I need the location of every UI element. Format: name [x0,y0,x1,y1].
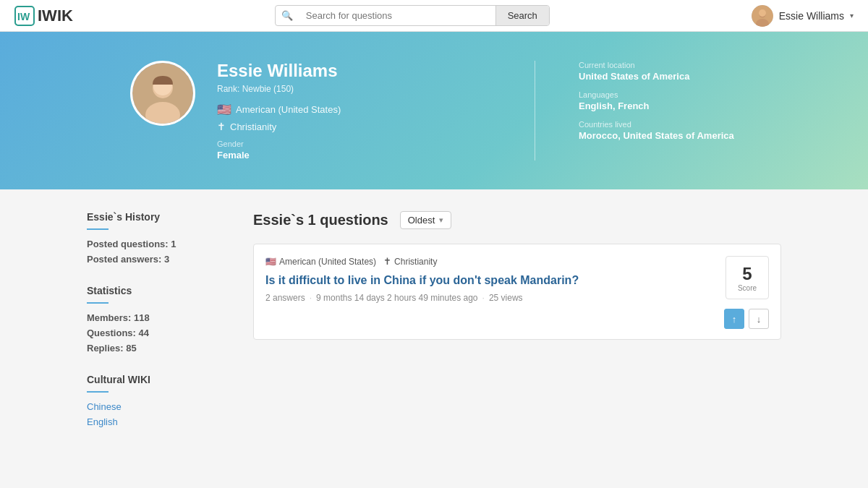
wiki-link-english[interactable]: English [87,416,231,427]
statistics-title: Statistics [87,285,231,296]
gender-label: Gender [217,140,491,148]
posted-answers-label: Posted answers: [87,254,161,265]
gender-section: Gender Female [217,140,491,160]
vote-down-button[interactable]: ↓ [749,309,769,329]
views-count: 25 views [489,293,523,303]
question-meta: 2 answers · 9 months 14 days 2 hours 49 … [265,293,769,303]
score-box: 5 Score [726,256,769,299]
questions-label: Questions: [87,328,136,338]
sort-chevron-icon: ▾ [439,215,443,225]
posted-answers-value: 3 [164,254,169,265]
profile-divider [535,61,535,160]
questions-area: Essie`s 1 questions Oldest ▾ 🇺🇸 American… [253,211,781,448]
members-label: Members: [87,312,131,323]
question-religion: Christianity [394,257,437,267]
question-card: 🇺🇸 American (United States) ✝ Christiani… [253,244,781,340]
profile-info-right: Current location United States of Americ… [579,61,738,150]
sort-dropdown[interactable]: Oldest ▾ [400,211,452,229]
posted-questions-value: 1 [171,239,176,249]
profile-photo-image [132,63,193,124]
languages-group: Languages English, French [579,90,738,111]
questions-value: 44 [139,328,149,338]
languages-value: English, French [579,100,738,111]
wiki-link-chinese[interactable]: Chinese [87,401,231,412]
header: IW IWIK 🔍 Search Essie Williams ▾ [0,0,868,32]
time-ago: 9 months 14 days 2 hours 49 minutes ago [316,293,477,303]
questions-title: Essie`s 1 questions [253,212,388,228]
wiki-title: Cultural WIKI [87,374,231,385]
search-icon: 🔍 [276,10,299,21]
score-label: Score [738,284,757,292]
user-menu[interactable]: Essie Williams ▾ [752,5,854,27]
logo-text: IWIK [38,7,73,25]
search-input[interactable] [299,6,495,25]
avatar [752,5,773,27]
posted-answers-stat: Posted answers: 3 [87,254,231,265]
meta-dot-2: · [482,293,485,303]
question-tags: 🇺🇸 American (United States) ✝ Christiani… [265,256,769,267]
main-content: Essie`s History Posted questions: 1 Post… [72,189,796,469]
posted-questions-label: Posted questions: [87,239,169,249]
location-label: Current location [579,61,738,69]
nationality-line: 🇺🇸 American (United States) [217,103,491,116]
profile-photo [130,61,195,126]
questions-header: Essie`s 1 questions Oldest ▾ [253,211,781,229]
score-number: 5 [742,264,752,284]
wiki-divider [87,391,109,393]
profile-info-left: Essie Williams Rank: Newbie (150) 🇺🇸 Ame… [217,61,491,160]
svg-point-5 [759,9,766,17]
vote-buttons: ↑ ↓ [724,309,769,329]
religion-line: ✝ Christianity [217,121,491,132]
question-title[interactable]: Is it difficult to live in China if you … [265,274,769,287]
user-name-label: Essie Williams [779,10,844,22]
religion-icon: ✝ [217,121,226,132]
religion-tag: ✝ Christianity [383,256,437,267]
location-value: United States of America [579,71,738,82]
user-menu-chevron: ▾ [850,12,854,20]
languages-label: Languages [579,90,738,99]
statistics-section: Statistics Members: 118 Questions: 44 Re… [87,285,231,354]
statistics-divider [87,302,109,304]
vote-up-button[interactable]: ↑ [724,309,744,329]
search-bar: 🔍 Search [275,5,550,26]
nationality-tag: 🇺🇸 American (United States) [265,257,376,267]
question-nationality: American (United States) [279,257,376,267]
members-stat: Members: 118 [87,312,231,323]
posted-questions-stat: Posted questions: 1 [87,239,231,249]
history-title: Essie`s History [87,211,231,223]
profile-banner: Essie Williams Rank: Newbie (150) 🇺🇸 Ame… [0,32,868,189]
replies-label: Replies: [87,343,124,354]
history-divider [87,228,109,230]
search-button[interactable]: Search [495,6,549,25]
members-value: 118 [134,312,150,323]
gender-value: Female [217,150,491,160]
logo[interactable]: IW IWIK [14,6,73,26]
profile-name: Essie Williams [217,61,491,81]
question-religion-icon: ✝ [383,256,391,267]
nationality-text: American (United States) [236,104,341,115]
question-flag-icon: 🇺🇸 [265,257,276,267]
avatar-image [752,5,773,27]
logo-icon: IW [14,6,35,26]
location-group: Current location United States of Americ… [579,61,738,82]
countries-group: Countries lived Morocco, United States o… [579,120,738,141]
religion-text: Christianity [230,121,276,132]
sidebar: Essie`s History Posted questions: 1 Post… [87,211,231,448]
replies-stat: Replies: 85 [87,343,231,354]
answers-count: 2 answers [265,293,305,303]
questions-stat: Questions: 44 [87,328,231,338]
countries-value: Morocco, United States of America [579,130,738,141]
wiki-section: Cultural WIKI Chinese English [87,374,231,427]
countries-label: Countries lived [579,120,738,129]
sort-label: Oldest [408,215,435,226]
replies-value: 85 [126,343,136,354]
us-flag-icon: 🇺🇸 [217,103,231,116]
history-section: Essie`s History Posted questions: 1 Post… [87,211,231,265]
meta-dot-1: · [310,293,312,303]
profile-rank: Rank: Newbie (150) [217,84,491,94]
svg-text:IW: IW [17,11,30,22]
